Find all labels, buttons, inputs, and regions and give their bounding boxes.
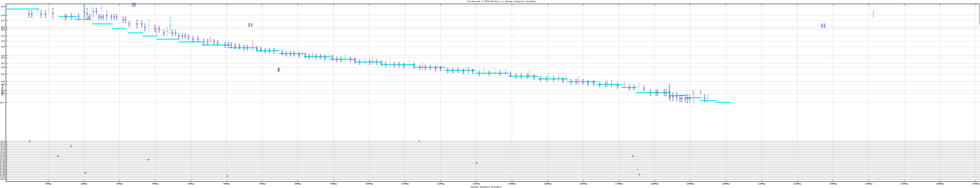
tick-label: 20Mbp bbox=[81, 183, 87, 185]
fish-marker-csmc bbox=[693, 94, 695, 103]
fish-marker-fhcrc bbox=[243, 46, 245, 50]
fish-marker-fhcrc bbox=[172, 30, 173, 36]
fish-marker-csmc bbox=[422, 63, 423, 70]
fish-marker-fhcrc bbox=[672, 93, 674, 101]
fish-marker-fhcrc bbox=[128, 21, 130, 27]
tick-label: 210Mbp bbox=[758, 183, 765, 185]
off-target-marker-chr12 bbox=[148, 159, 149, 160]
fish-marker-lanl bbox=[37, 8, 38, 13]
fish-marker-fhcrc bbox=[111, 15, 112, 19]
fish-marker-fhcrc bbox=[207, 39, 208, 44]
fish-marker-fhcrc bbox=[376, 60, 377, 65]
fish-marker-fhcrc bbox=[285, 51, 287, 56]
fish-marker-fhcrc bbox=[824, 24, 825, 27]
tick-label: 160Mbp bbox=[579, 183, 587, 185]
tick-label: q13 bbox=[1, 40, 5, 42]
fish-marker-ucsf bbox=[611, 80, 612, 87]
tick-label: 40Mbp bbox=[152, 183, 158, 185]
fish-marker-fhcrc bbox=[224, 43, 226, 47]
tick-label: q21 bbox=[1, 57, 5, 59]
fish-marker-fhcrc bbox=[40, 11, 42, 17]
tick-label: 30Mbp bbox=[116, 183, 123, 185]
fish-marker-fhcrc bbox=[31, 11, 33, 17]
fish-marker-fhcrc bbox=[369, 60, 371, 65]
axis-tick-labels: 10Mbp20Mbp30Mbp40Mbp50Mbp60Mbp70Mbp80Mbp… bbox=[0, 5, 980, 185]
fish-marker-fhcrc bbox=[515, 74, 517, 79]
fish-marker-fhcrc bbox=[499, 71, 501, 76]
fish-marker-fhcrc bbox=[669, 93, 671, 101]
tick-label: 130Mbp bbox=[473, 183, 480, 185]
fish-marker-fhcrc bbox=[309, 54, 310, 59]
fish-marker-fhcrc bbox=[452, 68, 453, 73]
tick-label: 170Mbp bbox=[615, 183, 623, 185]
fish-marker-csmc bbox=[64, 15, 65, 19]
fish-marker-fhcrc bbox=[679, 95, 681, 102]
tick-label: q14 bbox=[1, 46, 5, 48]
tick-label: 180Mbp bbox=[651, 183, 659, 185]
fish-marker-fhcrc bbox=[86, 8, 88, 19]
off-target-marker-chr22 bbox=[227, 175, 228, 177]
off-target-marker-chr1 bbox=[418, 141, 420, 142]
fish-marker-csmc bbox=[624, 82, 625, 87]
chart-title: Chromosome 5 FISH Markers vs Genome Sequ… bbox=[0, 0, 980, 3]
fish-marker-fhcrc bbox=[203, 39, 205, 44]
off-target-marker-chr4 bbox=[70, 145, 72, 147]
fish-marker-fhcrc bbox=[78, 14, 80, 20]
fish-marker-fhcrc bbox=[687, 95, 688, 103]
tick-label: 270Mbp bbox=[972, 183, 980, 185]
fish-marker-fhcrc bbox=[570, 79, 572, 84]
tick-label: q31 bbox=[1, 73, 5, 76]
fish-marker-csmc bbox=[558, 75, 559, 81]
fish-marker-csmc bbox=[156, 28, 158, 35]
fish-marker-fhcrc bbox=[158, 27, 160, 32]
fish-marker-fhcrc bbox=[385, 62, 387, 67]
off-target-marker-chr1 bbox=[29, 141, 30, 142]
fish-marker-lanl bbox=[548, 74, 549, 81]
fish-marker-fhcrc bbox=[52, 8, 54, 18]
fish-marker-fhcrc bbox=[197, 36, 199, 42]
fish-marker-fhcrc bbox=[185, 34, 186, 38]
tick-label: 10Mbp bbox=[45, 183, 51, 185]
fish-marker-fhcrc bbox=[95, 8, 97, 14]
fish-marker-fhcrc bbox=[665, 90, 667, 96]
tick-label: 190Mbp bbox=[686, 183, 694, 185]
fish-marker-fhcrc bbox=[643, 86, 644, 91]
fish-marker-lanl bbox=[84, 8, 86, 22]
fish-marker-fhcrc bbox=[663, 90, 665, 96]
fish-marker-fhcrc bbox=[116, 15, 118, 19]
fish-markers bbox=[28, 3, 874, 103]
fish-marker-rpci bbox=[100, 7, 102, 9]
fish-marker-fhcrc bbox=[144, 24, 146, 31]
tick-label: 260Mbp bbox=[936, 183, 944, 185]
fish-marker-fhcrc bbox=[175, 30, 177, 35]
band-gridlines bbox=[6, 6, 980, 103]
fish-marker-lanl bbox=[638, 83, 640, 90]
tick-label: chrY bbox=[0, 179, 5, 180]
fish-marker-csmc bbox=[528, 72, 530, 78]
fish-marker-csmc bbox=[669, 86, 670, 90]
off-target-marker-chr14 bbox=[476, 162, 477, 164]
fish-marker-fhcrc bbox=[141, 21, 143, 27]
tick-label: 250Mbp bbox=[900, 183, 908, 185]
off-target-markers bbox=[29, 141, 640, 177]
tick-label: q12 bbox=[1, 35, 5, 37]
fish-marker-fhcrc bbox=[320, 54, 321, 59]
fish-marker-ucsf bbox=[700, 90, 702, 95]
fish-marker-fhcrc bbox=[681, 95, 682, 102]
fish-marker-fhcrc bbox=[83, 5, 85, 18]
fish-marker-csmc bbox=[607, 80, 608, 86]
chart-canvas: 10Mbp20Mbp30Mbp40Mbp50Mbp60Mbp70Mbp80Mbp… bbox=[0, 0, 980, 188]
fish-marker-fhcrc bbox=[178, 33, 180, 39]
fish-marker-fhcrc bbox=[425, 65, 426, 70]
x-gridlines bbox=[48, 4, 976, 182]
fish-marker-fhcrc bbox=[264, 49, 266, 53]
fish-marker-fhcrc bbox=[102, 15, 104, 19]
fish-marker-fhcrc bbox=[633, 85, 635, 90]
tick-label: 150Mbp bbox=[544, 183, 552, 185]
tick-label: 50Mbp bbox=[188, 183, 194, 185]
tick-label: p15 bbox=[1, 5, 5, 8]
off-target-marker-chr10 bbox=[57, 155, 59, 157]
fish-marker-lanl bbox=[389, 60, 391, 68]
fish-marker-csmc bbox=[252, 41, 253, 51]
fish-marker-fhcrc bbox=[28, 11, 30, 17]
